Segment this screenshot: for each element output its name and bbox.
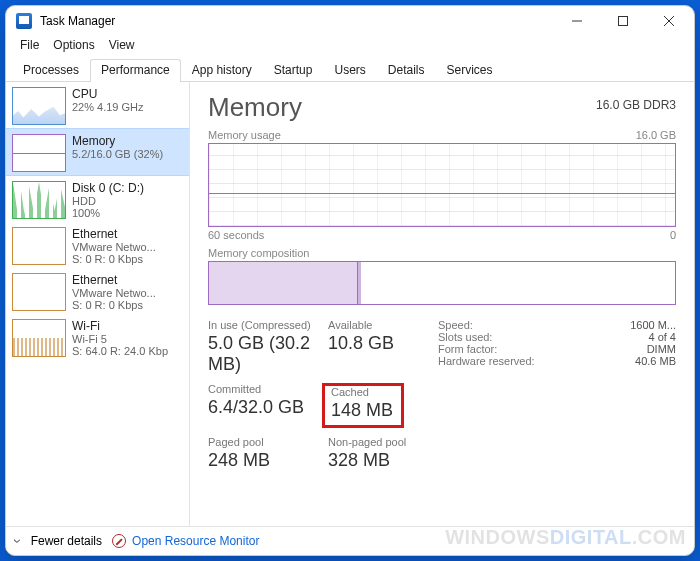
tab-strip: Processes Performance App history Startu… [6, 58, 694, 82]
ethernet-thumbnail-icon [12, 273, 66, 311]
sidebar-item-sub: 5.2/16.0 GB (32%) [72, 148, 163, 160]
available-value: 10.8 GB [328, 333, 438, 354]
sidebar-item-sub: 22% 4.19 GHz [72, 101, 144, 113]
kv-speed-v: 1600 M... [630, 319, 676, 331]
titlebar[interactable]: Task Manager [6, 6, 694, 36]
resource-monitor-icon [112, 534, 126, 548]
sidebar-item-sub2: 100% [72, 207, 144, 219]
sidebar-item-label: CPU [72, 87, 144, 101]
available-label: Available [328, 319, 438, 331]
sidebar-item-sub2: S: 0 R: 0 Kbps [72, 253, 156, 265]
menu-file[interactable]: File [20, 38, 39, 52]
wifi-thumbnail-icon [12, 319, 66, 357]
tab-processes[interactable]: Processes [12, 59, 90, 82]
tab-performance[interactable]: Performance [90, 59, 181, 82]
sidebar-item-sub2: S: 64.0 R: 24.0 Kbp [72, 345, 168, 357]
menu-options[interactable]: Options [53, 38, 94, 52]
kv-speed-k: Speed: [438, 319, 473, 331]
sidebar-item-label: Memory [72, 134, 163, 148]
window-title: Task Manager [40, 14, 554, 28]
sidebar-item-label: Ethernet [72, 227, 156, 241]
window: Task Manager File Options View Processes… [5, 5, 695, 556]
inuse-value: 5.0 GB (30.2 MB) [208, 333, 328, 375]
usage-chart-max: 16.0 GB [636, 129, 676, 141]
tab-users[interactable]: Users [323, 59, 376, 82]
axis-right: 0 [670, 229, 676, 241]
nonpaged-label: Non-paged pool [328, 436, 438, 448]
kv-hw-k: Hardware reserved: [438, 355, 535, 367]
maximize-button[interactable] [600, 6, 646, 36]
sidebar-item-sub: VMware Netwo... [72, 287, 156, 299]
kv-form-v: DIMM [647, 343, 676, 355]
memory-composition-chart [208, 261, 676, 305]
sidebar-item-sub: VMware Netwo... [72, 241, 156, 253]
committed-label: Committed [208, 383, 328, 395]
ethernet-thumbnail-icon [12, 227, 66, 265]
sidebar-item-sub: Wi-Fi 5 [72, 333, 168, 345]
inuse-label: In use (Compressed) [208, 319, 328, 331]
content: CPU 22% 4.19 GHz Memory 5.2/16.0 GB (32%… [6, 82, 694, 526]
highlight-cached: Cached 148 MB [322, 383, 404, 428]
sidebar-item-disk[interactable]: Disk 0 (C: D:) HDD 100% [6, 176, 189, 222]
committed-value: 6.4/32.0 GB [208, 397, 328, 418]
paged-value: 248 MB [208, 450, 328, 471]
kv-slots-k: Slots used: [438, 331, 492, 343]
sidebar-item-label: Ethernet [72, 273, 156, 287]
cpu-thumbnail-icon [12, 87, 66, 125]
kv-form-k: Form factor: [438, 343, 497, 355]
cached-label: Cached [331, 386, 393, 398]
close-button[interactable] [646, 6, 692, 36]
nonpaged-value: 328 MB [328, 450, 438, 471]
tab-app-history[interactable]: App history [181, 59, 263, 82]
tab-startup[interactable]: Startup [263, 59, 324, 82]
sidebar-item-label: Disk 0 (C: D:) [72, 181, 144, 195]
total-memory: 16.0 GB DDR3 [596, 98, 676, 112]
usage-chart-label: Memory usage [208, 129, 281, 141]
memory-thumbnail-icon [12, 134, 66, 172]
tab-services[interactable]: Services [436, 59, 504, 82]
sidebar-item-memory[interactable]: Memory 5.2/16.0 GB (32%) [6, 128, 189, 176]
kv-slots-v: 4 of 4 [648, 331, 676, 343]
sidebar-item-label: Wi-Fi [72, 319, 168, 333]
menu-view[interactable]: View [109, 38, 135, 52]
cached-value: 148 MB [331, 400, 393, 421]
memory-usage-chart [208, 143, 676, 227]
menubar: File Options View [6, 36, 694, 58]
sidebar-item-ethernet-1[interactable]: Ethernet VMware Netwo... S: 0 R: 0 Kbps [6, 222, 189, 268]
page-title: Memory [208, 92, 302, 123]
composition-label: Memory composition [208, 247, 309, 259]
sidebar-item-sub2: S: 0 R: 0 Kbps [72, 299, 156, 311]
disk-thumbnail-icon [12, 181, 66, 219]
perf-sidebar: CPU 22% 4.19 GHz Memory 5.2/16.0 GB (32%… [6, 82, 190, 526]
fewer-details-link[interactable]: Fewer details [31, 534, 102, 548]
svg-rect-0 [619, 17, 628, 26]
watermark: WindowsDigital.com [445, 526, 686, 549]
chevron-up-icon: › [10, 539, 26, 544]
open-resource-monitor-link[interactable]: Open Resource Monitor [132, 534, 259, 548]
memory-detail-pane: Memory 16.0 GB DDR3 Memory usage 16.0 GB… [190, 82, 694, 526]
sidebar-item-cpu[interactable]: CPU 22% 4.19 GHz [6, 82, 189, 128]
tab-details[interactable]: Details [377, 59, 436, 82]
app-icon [16, 13, 32, 29]
minimize-button[interactable] [554, 6, 600, 36]
axis-left: 60 seconds [208, 229, 264, 241]
paged-label: Paged pool [208, 436, 328, 448]
sidebar-item-ethernet-2[interactable]: Ethernet VMware Netwo... S: 0 R: 0 Kbps [6, 268, 189, 314]
sidebar-item-wifi[interactable]: Wi-Fi Wi-Fi 5 S: 64.0 R: 24.0 Kbp [6, 314, 189, 360]
sidebar-item-sub: HDD [72, 195, 144, 207]
kv-hw-v: 40.6 MB [635, 355, 676, 367]
